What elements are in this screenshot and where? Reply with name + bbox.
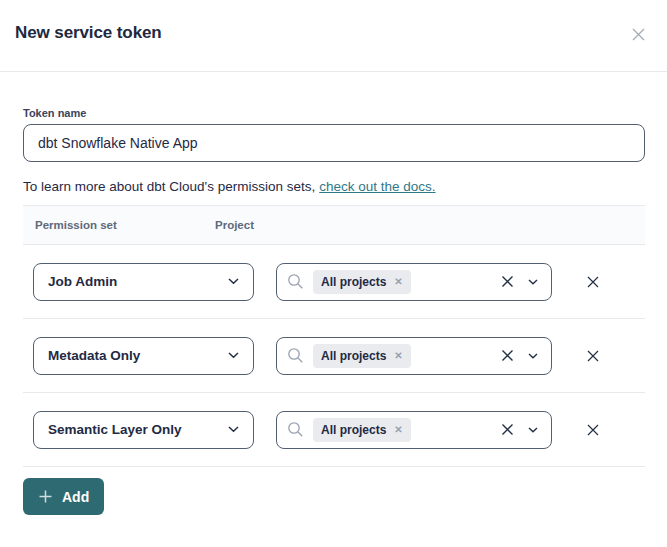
project-chip: All projects ✕ xyxy=(313,418,411,442)
table-header: Permission set Project xyxy=(23,205,645,245)
search-icon xyxy=(287,273,304,290)
modal-header: New service token xyxy=(0,0,667,72)
remove-row-button[interactable] xyxy=(581,418,605,442)
info-text: To learn more about dbt Cloud's permissi… xyxy=(23,179,315,194)
table-row: Metadata Only All projects ✕ xyxy=(23,319,645,393)
chip-remove-icon[interactable]: ✕ xyxy=(394,351,402,361)
modal-body: Token name To learn more about dbt Cloud… xyxy=(0,107,667,515)
clear-x-icon xyxy=(500,422,515,437)
table-row: Job Admin All projects ✕ xyxy=(23,245,645,319)
project-chip-label: All projects xyxy=(321,275,386,289)
close-button[interactable] xyxy=(626,22,651,47)
search-icon xyxy=(287,421,304,438)
new-service-token-modal: New service token Token name To learn mo… xyxy=(0,0,667,547)
permission-set-select[interactable]: Semantic Layer Only xyxy=(33,411,254,449)
chevron-down-icon[interactable] xyxy=(528,427,538,433)
close-icon xyxy=(630,26,647,43)
chip-remove-icon[interactable]: ✕ xyxy=(394,277,402,287)
permission-set-select[interactable]: Metadata Only xyxy=(33,337,254,375)
project-multiselect[interactable]: All projects ✕ xyxy=(276,263,552,301)
clear-selection-button[interactable] xyxy=(498,420,517,439)
project-multiselect[interactable]: All projects ✕ xyxy=(276,337,552,375)
table-row: Semantic Layer Only All projects ✕ xyxy=(23,393,645,467)
clear-x-icon xyxy=(500,348,515,363)
clear-selection-button[interactable] xyxy=(498,272,517,291)
add-button-label: Add xyxy=(62,489,89,505)
token-name-label: Token name xyxy=(23,107,645,119)
clear-x-icon xyxy=(500,274,515,289)
remove-row-x-icon xyxy=(585,348,601,364)
docs-link[interactable]: check out the docs. xyxy=(319,179,435,194)
permission-set-value: Semantic Layer Only xyxy=(48,422,182,437)
column-header-permission-set: Permission set xyxy=(35,219,215,231)
permission-set-select[interactable]: Job Admin xyxy=(33,263,254,301)
clear-selection-button[interactable] xyxy=(498,346,517,365)
project-chip: All projects ✕ xyxy=(313,270,411,294)
chevron-down-icon xyxy=(228,352,239,359)
remove-row-button[interactable] xyxy=(581,344,605,368)
page-title: New service token xyxy=(15,23,162,43)
chevron-down-icon xyxy=(228,426,239,433)
project-chip: All projects ✕ xyxy=(313,344,411,368)
token-name-input[interactable] xyxy=(23,124,645,162)
chevron-down-icon[interactable] xyxy=(528,279,538,285)
remove-row-x-icon xyxy=(585,274,601,290)
permission-info-text: To learn more about dbt Cloud's permissi… xyxy=(23,178,645,195)
add-row-button[interactable]: Add xyxy=(23,478,104,515)
remove-row-button[interactable] xyxy=(581,270,605,294)
permission-set-value: Metadata Only xyxy=(48,348,140,363)
remove-row-x-icon xyxy=(585,422,601,438)
column-header-project: Project xyxy=(215,219,254,231)
search-icon xyxy=(287,347,304,364)
chevron-down-icon xyxy=(228,278,239,285)
permission-table: Permission set Project Job Admin All pro xyxy=(23,205,645,467)
plus-icon xyxy=(38,489,53,504)
chevron-down-icon[interactable] xyxy=(528,353,538,359)
chip-remove-icon[interactable]: ✕ xyxy=(394,425,402,435)
project-multiselect[interactable]: All projects ✕ xyxy=(276,411,552,449)
project-chip-label: All projects xyxy=(321,423,386,437)
project-chip-label: All projects xyxy=(321,349,386,363)
permission-set-value: Job Admin xyxy=(48,274,117,289)
